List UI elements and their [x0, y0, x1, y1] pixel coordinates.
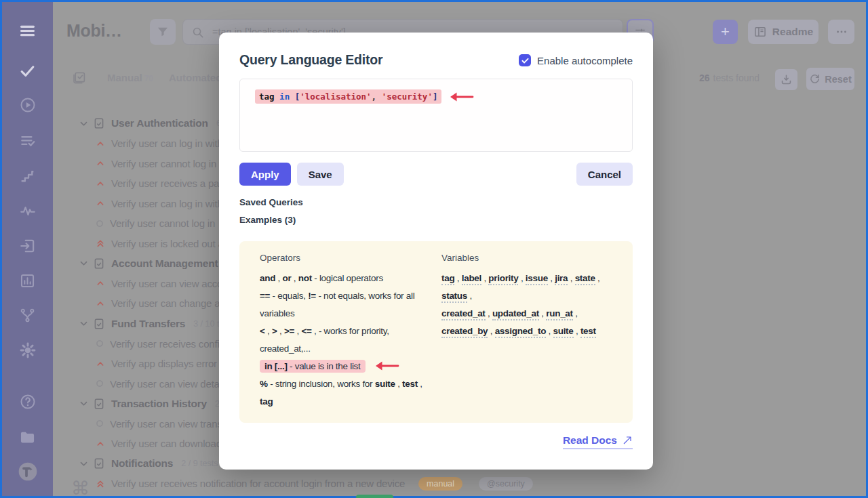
suite-row[interactable]: Fund Transfers3 / 10 tests: [79, 314, 235, 334]
operators-line: tag: [260, 393, 422, 411]
checkbox-checked-icon: [519, 54, 531, 66]
sidebar-item-branch[interactable]: [2, 305, 53, 325]
priority-high-icon: [95, 178, 106, 189]
chevron-down-icon[interactable]: [79, 459, 89, 469]
sidebar-item-play-circle[interactable]: [2, 95, 53, 115]
suite-row[interactable]: User Authentication6 / 9: [79, 113, 233, 133]
chevron-down-icon[interactable]: [79, 398, 89, 409]
test-label: Verify user receives notification for ac…: [111, 478, 405, 489]
sidebar-item-menu[interactable]: [2, 20, 53, 41]
readme-button[interactable]: Readme: [748, 20, 818, 44]
priority-high-icon: [95, 438, 106, 449]
chevron-down-icon[interactable]: [79, 119, 89, 129]
sidebar-item-logo-t[interactable]: [2, 461, 53, 482]
autocomplete-checkbox[interactable]: Enable autocomplete: [519, 54, 633, 66]
variables-line: created_by , assigned_to , suite , test: [441, 323, 600, 340]
suite-doc-icon: [93, 117, 105, 129]
refresh-icon: [809, 73, 821, 85]
folder-icon: [18, 428, 37, 447]
sidebar-item-pulse[interactable]: [2, 201, 53, 221]
sidebar-item-import[interactable]: [2, 236, 53, 256]
app-window: Mobi… + Readme Manual70 Automated6 26tes…: [0, 0, 868, 498]
more-button[interactable]: [828, 20, 854, 44]
test-row[interactable]: Verify user receives a pas: [95, 173, 224, 194]
test-row[interactable]: Verify user cannot log in w: [95, 153, 226, 173]
arrow-up-right-icon: [622, 435, 633, 446]
reset-button[interactable]: Reset: [806, 68, 854, 90]
test-row[interactable]: Verify user can view deta: [95, 373, 220, 394]
suite-row[interactable]: Account Management2 /: [79, 253, 235, 274]
test-label: Verify user receives a pas: [111, 178, 224, 189]
priority-normal-icon: [95, 219, 104, 228]
suite-doc-icon: [93, 257, 105, 270]
suite-row[interactable]: Notifications2 / 9 tests: [79, 453, 218, 474]
test-row[interactable]: Verify user can change ac: [95, 293, 225, 314]
test-row[interactable]: Verify user can view acco: [95, 273, 222, 293]
branch-icon: [19, 307, 36, 324]
test-row[interactable]: Verify user can log in with: [95, 193, 223, 213]
badge-manual[interactable]: manual: [418, 477, 462, 491]
examples-section[interactable]: Examples (3): [239, 215, 296, 225]
logo-t-icon: [17, 461, 39, 482]
chevron-down-icon[interactable]: [79, 318, 89, 329]
suite-label: Account Management: [111, 257, 218, 270]
check-icon: [19, 62, 36, 79]
tests-found-label: 26tests found: [699, 72, 760, 83]
suite-row[interactable]: Transaction History2 / 10: [79, 394, 236, 414]
priority-highest-icon: [95, 478, 106, 489]
suite-label: Fund Transfers: [111, 318, 185, 330]
sidebar: [2, 2, 53, 496]
test-row[interactable]: Verify user can download: [95, 434, 222, 454]
variables-line: created_at , updated_at , run_at ,: [441, 305, 600, 323]
variables-line: tag , label , priority , issue , jira , …: [441, 270, 600, 287]
tab-manual[interactable]: Manual70: [107, 72, 153, 83]
test-row[interactable]: Verify app displays error: [95, 354, 217, 374]
add-button[interactable]: +: [713, 20, 738, 44]
priority-high-icon: [95, 358, 106, 369]
download-button[interactable]: [775, 69, 797, 90]
test-row[interactable]: Verify user cannot log in: [95, 213, 215, 234]
sidebar-item-help[interactable]: [2, 392, 53, 412]
import-icon: [19, 237, 37, 255]
badge-security[interactable]: @security: [479, 477, 533, 491]
autocomplete-label: Enable autocomplete: [537, 55, 633, 66]
save-button[interactable]: Save: [297, 163, 344, 186]
apply-button[interactable]: Apply: [239, 163, 291, 186]
suite-doc-icon: [93, 398, 105, 410]
cancel-button[interactable]: Cancel: [576, 163, 633, 186]
sidebar-item-gear[interactable]: [2, 340, 53, 360]
read-docs-link[interactable]: Read Docs: [563, 434, 633, 449]
filter-button[interactable]: [150, 19, 176, 45]
test-label: Verify user can view deta: [110, 378, 220, 390]
test-row[interactable]: Verify user can log in with: [95, 133, 223, 154]
test-row[interactable]: Verify user receives confi: [95, 333, 220, 354]
test-label: Verify user can view trans: [110, 418, 222, 430]
status-chip-partial: [356, 495, 393, 498]
query-editor-modal: Query Language Editor Enable autocomplet…: [219, 33, 653, 470]
operators-line: in [...] - value is in the list: [260, 358, 422, 375]
sidebar-item-stairs[interactable]: [2, 166, 53, 186]
priority-high-icon: [95, 298, 106, 309]
modal-title: Query Language Editor: [239, 52, 382, 68]
list-check-icon: [19, 132, 37, 150]
query-editor-input[interactable]: tag in ['localisation', 'security']: [239, 79, 633, 152]
test-row[interactable]: Verify user can view trans: [95, 413, 222, 434]
select-all-icon[interactable]: [72, 70, 86, 85]
priority-normal-icon: [95, 379, 104, 388]
test-label: Verify app displays error: [111, 358, 217, 369]
test-label: Verify user can log in with: [111, 198, 223, 209]
suite-doc-icon: [93, 318, 105, 330]
priority-high-icon: [95, 198, 106, 209]
sidebar-item-folder[interactable]: [2, 427, 53, 447]
chart-icon: [19, 272, 36, 289]
priority-highest-icon: [95, 238, 106, 249]
sidebar-item-check[interactable]: [2, 60, 53, 81]
sidebar-item-chart[interactable]: [2, 270, 53, 291]
chevron-down-icon[interactable]: [79, 258, 89, 268]
annotation-arrow-left-icon: [374, 360, 399, 371]
sidebar-item-list-check[interactable]: [2, 131, 53, 151]
test-row[interactable]: Verify user is locked out a: [95, 233, 224, 253]
saved-queries-section[interactable]: Saved Queries: [239, 197, 303, 207]
test-row[interactable]: Verify user receives notification for ac…: [95, 474, 533, 494]
gear-icon: [19, 341, 37, 359]
